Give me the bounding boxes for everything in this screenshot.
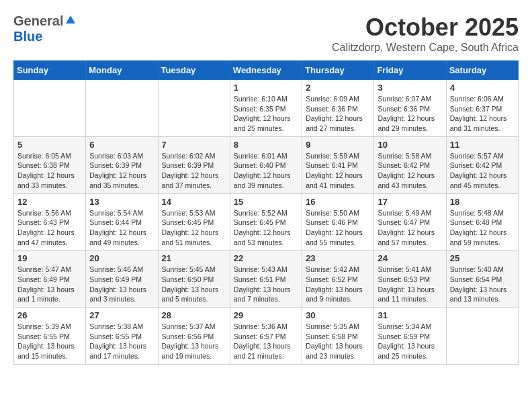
day-number: 11: [450, 140, 515, 150]
calendar-cell: 8Sunrise: 6:01 AM Sunset: 6:40 PM Daylig…: [230, 136, 302, 193]
calendar-cell: 21Sunrise: 5:45 AM Sunset: 6:50 PM Dayli…: [158, 250, 230, 308]
calendar-cell: 28Sunrise: 5:37 AM Sunset: 6:56 PM Dayli…: [158, 308, 230, 365]
calendar-cell: 5Sunrise: 6:05 AM Sunset: 6:38 PM Daylig…: [14, 136, 86, 193]
day-info: Sunrise: 5:36 AM Sunset: 6:57 PM Dayligh…: [234, 322, 298, 361]
day-info: Sunrise: 6:01 AM Sunset: 6:40 PM Dayligh…: [234, 151, 298, 191]
calendar-cell: 27Sunrise: 5:38 AM Sunset: 6:55 PM Dayli…: [86, 308, 158, 365]
calendar-header-row: SundayMondayTuesdayWednesdayThursdayFrid…: [14, 61, 519, 80]
day-number: 30: [306, 310, 370, 320]
day-number: 17: [378, 197, 442, 207]
day-number: 2: [306, 83, 370, 93]
day-info: Sunrise: 5:47 AM Sunset: 6:49 PM Dayligh…: [17, 265, 82, 304]
logo-icon: [64, 14, 77, 26]
calendar-cell: 19Sunrise: 5:47 AM Sunset: 6:49 PM Dayli…: [14, 250, 86, 308]
day-info: Sunrise: 5:58 AM Sunset: 6:42 PM Dayligh…: [378, 151, 442, 191]
column-header-wednesday: Wednesday: [230, 61, 302, 80]
day-number: 15: [234, 197, 298, 207]
month-title: October 2025: [332, 13, 519, 42]
logo-blue: Blue: [13, 29, 42, 44]
day-number: 25: [450, 253, 515, 263]
column-header-friday: Friday: [374, 61, 446, 80]
calendar-cell: 14Sunrise: 5:53 AM Sunset: 6:45 PM Dayli…: [158, 193, 230, 250]
calendar-cell: [14, 80, 86, 137]
day-info: Sunrise: 5:37 AM Sunset: 6:56 PM Dayligh…: [162, 322, 226, 361]
calendar-cell: [86, 80, 158, 137]
calendar-cell: 15Sunrise: 5:52 AM Sunset: 6:45 PM Dayli…: [230, 193, 302, 250]
calendar-cell: 9Sunrise: 5:59 AM Sunset: 6:41 PM Daylig…: [302, 136, 374, 193]
logo-general: General: [13, 13, 63, 29]
calendar-cell: 4Sunrise: 6:06 AM Sunset: 6:37 PM Daylig…: [446, 80, 518, 137]
day-number: 1: [234, 83, 298, 93]
day-number: 20: [89, 253, 154, 263]
week-row-5: 26Sunrise: 5:39 AM Sunset: 6:55 PM Dayli…: [14, 308, 519, 365]
calendar-cell: 31Sunrise: 5:34 AM Sunset: 6:59 PM Dayli…: [374, 308, 446, 365]
day-number: 24: [378, 253, 442, 263]
day-number: 18: [450, 197, 515, 207]
day-number: 27: [89, 310, 154, 320]
day-info: Sunrise: 5:38 AM Sunset: 6:55 PM Dayligh…: [89, 322, 154, 361]
day-info: Sunrise: 5:40 AM Sunset: 6:54 PM Dayligh…: [450, 265, 515, 304]
day-info: Sunrise: 5:59 AM Sunset: 6:41 PM Dayligh…: [306, 151, 370, 191]
day-info: Sunrise: 5:52 AM Sunset: 6:45 PM Dayligh…: [234, 208, 298, 248]
day-number: 19: [17, 253, 82, 263]
day-info: Sunrise: 5:42 AM Sunset: 6:52 PM Dayligh…: [306, 265, 370, 304]
day-info: Sunrise: 5:50 AM Sunset: 6:46 PM Dayligh…: [306, 208, 370, 248]
day-number: 28: [162, 310, 226, 320]
day-info: Sunrise: 5:54 AM Sunset: 6:44 PM Dayligh…: [89, 208, 154, 248]
day-number: 12: [17, 197, 82, 207]
calendar-cell: 22Sunrise: 5:43 AM Sunset: 6:51 PM Dayli…: [230, 250, 302, 308]
title-block: October 2025 Calitzdorp, Western Cape, S…: [332, 13, 519, 54]
day-number: 6: [89, 140, 154, 150]
calendar-table: SundayMondayTuesdayWednesdayThursdayFrid…: [13, 60, 519, 365]
week-row-3: 12Sunrise: 5:56 AM Sunset: 6:43 PM Dayli…: [14, 193, 519, 250]
column-header-thursday: Thursday: [302, 61, 374, 80]
calendar-cell: 11Sunrise: 5:57 AM Sunset: 6:42 PM Dayli…: [446, 136, 518, 193]
calendar-cell: 16Sunrise: 5:50 AM Sunset: 6:46 PM Dayli…: [302, 193, 374, 250]
logo: General Blue: [13, 13, 77, 44]
day-number: 26: [17, 310, 82, 320]
calendar-cell: 7Sunrise: 6:02 AM Sunset: 6:39 PM Daylig…: [158, 136, 230, 193]
day-info: Sunrise: 5:41 AM Sunset: 6:53 PM Dayligh…: [378, 265, 442, 304]
calendar-cell: 10Sunrise: 5:58 AM Sunset: 6:42 PM Dayli…: [374, 136, 446, 193]
subtitle: Calitzdorp, Western Cape, South Africa: [332, 42, 519, 54]
day-number: 22: [234, 253, 298, 263]
day-info: Sunrise: 6:06 AM Sunset: 6:37 PM Dayligh…: [450, 94, 515, 134]
calendar-cell: [446, 308, 518, 365]
calendar-cell: 12Sunrise: 5:56 AM Sunset: 6:43 PM Dayli…: [14, 193, 86, 250]
day-info: Sunrise: 5:49 AM Sunset: 6:47 PM Dayligh…: [378, 208, 442, 248]
column-header-tuesday: Tuesday: [158, 61, 230, 80]
column-header-sunday: Sunday: [14, 61, 86, 80]
day-number: 31: [378, 310, 442, 320]
day-info: Sunrise: 5:46 AM Sunset: 6:49 PM Dayligh…: [89, 265, 154, 304]
calendar-cell: 2Sunrise: 6:09 AM Sunset: 6:36 PM Daylig…: [302, 80, 374, 137]
day-info: Sunrise: 6:09 AM Sunset: 6:36 PM Dayligh…: [306, 94, 370, 134]
calendar-cell: 6Sunrise: 6:03 AM Sunset: 6:39 PM Daylig…: [86, 136, 158, 193]
day-info: Sunrise: 5:45 AM Sunset: 6:50 PM Dayligh…: [162, 265, 226, 304]
day-info: Sunrise: 5:56 AM Sunset: 6:43 PM Dayligh…: [17, 208, 82, 248]
calendar-cell: 24Sunrise: 5:41 AM Sunset: 6:53 PM Dayli…: [374, 250, 446, 308]
day-info: Sunrise: 6:10 AM Sunset: 6:35 PM Dayligh…: [234, 94, 298, 134]
svg-marker-0: [66, 15, 75, 24]
week-row-4: 19Sunrise: 5:47 AM Sunset: 6:49 PM Dayli…: [14, 250, 519, 308]
day-info: Sunrise: 5:48 AM Sunset: 6:48 PM Dayligh…: [450, 208, 515, 248]
calendar-cell: 13Sunrise: 5:54 AM Sunset: 6:44 PM Dayli…: [86, 193, 158, 250]
column-header-monday: Monday: [86, 61, 158, 80]
day-number: 23: [306, 253, 370, 263]
day-number: 16: [306, 197, 370, 207]
day-info: Sunrise: 5:34 AM Sunset: 6:59 PM Dayligh…: [378, 322, 442, 361]
calendar-cell: 1Sunrise: 6:10 AM Sunset: 6:35 PM Daylig…: [230, 80, 302, 137]
calendar-cell: 18Sunrise: 5:48 AM Sunset: 6:48 PM Dayli…: [446, 193, 518, 250]
day-number: 14: [162, 197, 226, 207]
day-info: Sunrise: 5:35 AM Sunset: 6:58 PM Dayligh…: [306, 322, 370, 361]
day-number: 7: [162, 140, 226, 150]
day-info: Sunrise: 5:53 AM Sunset: 6:45 PM Dayligh…: [162, 208, 226, 248]
calendar-cell: 20Sunrise: 5:46 AM Sunset: 6:49 PM Dayli…: [86, 250, 158, 308]
day-info: Sunrise: 5:43 AM Sunset: 6:51 PM Dayligh…: [234, 265, 298, 304]
calendar-cell: 25Sunrise: 5:40 AM Sunset: 6:54 PM Dayli…: [446, 250, 518, 308]
day-number: 5: [17, 140, 82, 150]
day-number: 4: [450, 83, 515, 93]
calendar-cell: [158, 80, 230, 137]
day-number: 13: [89, 197, 154, 207]
calendar-cell: 26Sunrise: 5:39 AM Sunset: 6:55 PM Dayli…: [14, 308, 86, 365]
day-info: Sunrise: 6:05 AM Sunset: 6:38 PM Dayligh…: [17, 151, 82, 191]
